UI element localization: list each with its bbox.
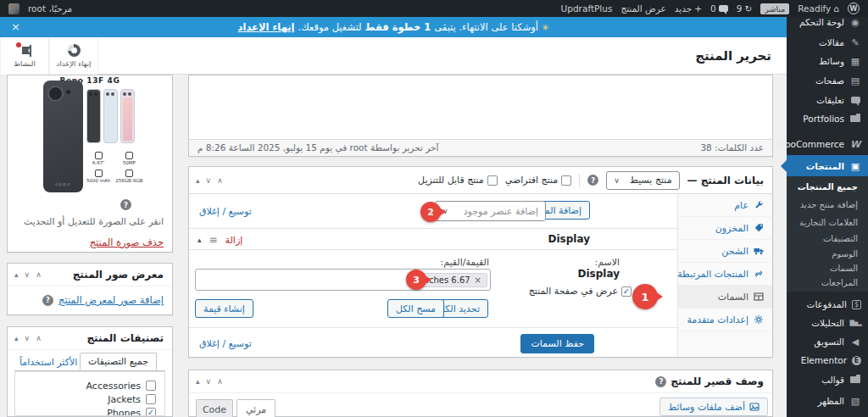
featured-image-box: Reno 13F 4G oppo 6.67″ 50MP 5000 mAh 256… bbox=[7, 75, 173, 253]
finish-setup-link[interactable]: إنهاء الإعداد bbox=[238, 21, 295, 33]
products-icon: ▣ bbox=[849, 161, 861, 172]
attributes-panel: إضافة المزيد إضافة عنصر موجود ∨ توسيع / … bbox=[189, 194, 677, 357]
code-tab[interactable]: Code bbox=[196, 399, 233, 417]
submenu-attributes[interactable]: السمات bbox=[787, 261, 868, 275]
sidebar-item-media[interactable]: ▦ وسائط bbox=[787, 52, 868, 70]
site-name-link[interactable]: ⌂Readify bbox=[798, 3, 839, 14]
activity-button[interactable]: النشاط bbox=[0, 37, 49, 75]
sidebar-item-appearance[interactable]: ▧ المظهر bbox=[787, 392, 868, 410]
add-media-button[interactable]: أضف ملفات وسائط bbox=[659, 398, 768, 416]
move-up-icon[interactable]: ∧ bbox=[36, 270, 42, 279]
submenu-add-product[interactable]: إضافة منتج جديد bbox=[787, 197, 868, 212]
select-none-button[interactable]: مسح الكل bbox=[387, 299, 444, 318]
appearance-icon: ▧ bbox=[849, 396, 861, 407]
drag-handle-icon[interactable]: ≡ bbox=[209, 234, 218, 246]
attribute-values-input[interactable]: inches 6.67 × bbox=[195, 269, 491, 291]
sidebar-item-portfolios[interactable]: Portfolios bbox=[787, 109, 868, 128]
toggle-icon[interactable]: ▴ bbox=[196, 377, 200, 386]
sidebar-item-templates[interactable]: قوالب bbox=[787, 370, 868, 389]
tab-linked-products[interactable]: المنتجات المرتبطة bbox=[678, 263, 772, 286]
category-phones[interactable]: ✓ Phones bbox=[24, 406, 156, 416]
save-attributes-button[interactable]: حفظ السمات bbox=[520, 334, 594, 353]
sidebar-item-comments[interactable]: تعليقات bbox=[787, 91, 868, 109]
new-content-menu[interactable]: +جديد bbox=[675, 3, 702, 14]
my-account-link[interactable]: مرحبًا، root bbox=[28, 3, 72, 14]
toggle-icon[interactable]: ▴ bbox=[14, 270, 19, 279]
toggle-icon[interactable]: ▴ bbox=[196, 176, 200, 185]
move-up-icon[interactable]: ∧ bbox=[217, 377, 223, 386]
page-header: تحرير المنتج إنهاء الإعداد النشاط bbox=[0, 37, 787, 75]
tab-most-used[interactable]: الأكثر استخداماً bbox=[19, 357, 77, 368]
toggle-icon[interactable]: ▴ bbox=[14, 334, 19, 342]
help-icon[interactable]: ? bbox=[42, 295, 53, 306]
add-gallery-images-link[interactable]: إضافة صور لمعرض المنتج bbox=[58, 294, 164, 306]
virtual-checkbox[interactable]: منتج افتراضي bbox=[505, 175, 571, 186]
submenu-reviews[interactable]: المراجعات bbox=[787, 275, 868, 290]
tag-icon bbox=[754, 223, 764, 233]
expand-close-link[interactable]: توسيع / إغلاق bbox=[199, 206, 252, 217]
attributes-table-icon bbox=[754, 292, 764, 302]
move-down-icon[interactable]: ∨ bbox=[25, 334, 31, 342]
tab-attributes[interactable]: السمات bbox=[678, 286, 772, 309]
help-icon[interactable]: ? bbox=[655, 376, 666, 387]
move-down-icon[interactable]: ∨ bbox=[206, 377, 212, 386]
home-icon: ⌂ bbox=[833, 3, 839, 14]
remove-value-icon[interactable]: × bbox=[475, 275, 481, 285]
step-marker-2: 2 bbox=[420, 202, 441, 222]
sidebar-item-dashboard[interactable]: ◉ لوحة التحكم bbox=[787, 17, 868, 31]
move-up-icon[interactable]: ∧ bbox=[217, 176, 223, 185]
help-icon[interactable]: ? bbox=[587, 175, 598, 186]
tab-inventory[interactable]: المخزون bbox=[678, 217, 772, 240]
sidebar-item-products[interactable]: ▣ المنتجات bbox=[787, 155, 868, 177]
submenu-tags[interactable]: الوسوم bbox=[787, 247, 868, 261]
help-icon[interactable]: ? bbox=[120, 199, 131, 210]
downloadable-checkbox[interactable]: منتج قابل للتنزيل bbox=[418, 175, 498, 186]
posts-icon: ✎ bbox=[849, 37, 861, 48]
sidebar-item-pages[interactable]: ▤ صفحات bbox=[787, 71, 868, 90]
remove-attribute-link[interactable]: إزالة bbox=[225, 235, 243, 246]
sidebar-item-marketing[interactable]: ◀ التسويق bbox=[787, 332, 868, 351]
create-value-button[interactable]: إنشاء قيمة bbox=[195, 299, 253, 318]
sidebar-item-payments[interactable]: $ المدفوعات bbox=[787, 295, 868, 314]
submenu-categories[interactable]: التصنيفات bbox=[787, 231, 868, 246]
payments-icon: $ bbox=[852, 300, 861, 309]
tab-all-categories[interactable]: جميع التصنيفات bbox=[80, 353, 157, 370]
move-down-icon[interactable]: ∨ bbox=[25, 270, 31, 279]
sidebar-item-posts[interactable]: ✎ مقالات bbox=[787, 33, 868, 52]
expand-close-link[interactable]: توسيع / إغلاق bbox=[199, 338, 252, 349]
submenu-brands[interactable]: العلامات التجارية bbox=[787, 215, 868, 230]
admin-sidebar-menu: ◉ لوحة التحكم ✎ مقالات ▦ وسائط ▤ صفحات ت… bbox=[787, 17, 868, 417]
sidebar-item-analytics[interactable]: ▂▅▇ التحليلات bbox=[787, 314, 868, 332]
view-product-link[interactable]: عرض المنتج bbox=[620, 3, 665, 14]
move-up-icon[interactable]: ∧ bbox=[36, 334, 42, 342]
attribute-row-header[interactable]: Display ▴ ≡ إزالة bbox=[189, 228, 677, 250]
sidebar-item-woocommerce[interactable]: W WooCommerce bbox=[787, 135, 868, 153]
category-jackets[interactable]: Jackets bbox=[24, 392, 156, 406]
product-image[interactable]: Reno 13F 4G oppo 6.67″ 50MP 5000 mAh 256… bbox=[8, 75, 172, 196]
move-down-icon[interactable]: ∨ bbox=[206, 176, 212, 185]
tab-general[interactable]: عام bbox=[678, 194, 772, 217]
visible-on-product-page-checkbox[interactable]: ✓ عرض في صفحة المنتج bbox=[529, 286, 632, 297]
remove-product-image-link[interactable]: حذف صورة المنتج bbox=[90, 236, 164, 248]
editor-canvas[interactable] bbox=[189, 75, 772, 139]
add-existing-select[interactable]: إضافة عنصر موجود ∨ bbox=[435, 201, 546, 221]
toggle-icon[interactable]: ▴ bbox=[198, 236, 202, 244]
name-label: الاسم: bbox=[594, 257, 620, 268]
updates-indicator[interactable]: ↻9 bbox=[737, 3, 753, 14]
step-marker-3: 3 bbox=[406, 270, 426, 290]
close-banner-icon[interactable]: × bbox=[11, 17, 20, 37]
updraftplus-menu[interactable]: UpdraftPlus bbox=[561, 3, 613, 14]
visual-tab[interactable]: مرئي bbox=[236, 399, 275, 417]
tab-advanced[interactable]: إعدادات متقدمة bbox=[678, 309, 772, 331]
setup-notice-banner: ✳ أوشكنا على الانتهاء. يتبقى 1 خطوة فقط … bbox=[0, 17, 787, 37]
wp-logo-menu[interactable]: W bbox=[848, 3, 860, 14]
product-type-select[interactable]: منتج بسيط ∨ bbox=[606, 171, 679, 190]
tab-shipping[interactable]: الشحن bbox=[678, 240, 772, 263]
submenu-all-products[interactable]: جميع المنتجات bbox=[787, 180, 868, 194]
avatar[interactable] bbox=[8, 3, 19, 14]
phone-color-variants bbox=[86, 89, 135, 143]
comments-indicator[interactable]: 0 bbox=[710, 3, 728, 14]
sidebar-item-elementor[interactable]: E Elementor bbox=[787, 351, 868, 370]
finish-setup-button[interactable]: إنهاء الإعداد bbox=[49, 37, 98, 75]
category-accessories[interactable]: Accessories bbox=[24, 379, 156, 392]
